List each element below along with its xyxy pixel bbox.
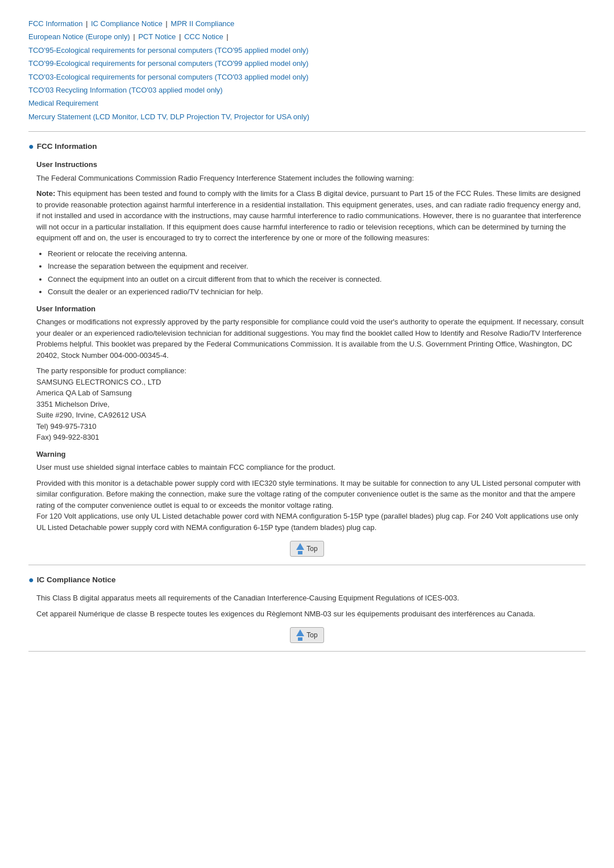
warning-para2: Provided with this monitor is a detachab… <box>36 478 586 533</box>
nav-medical[interactable]: Medical Requirement <box>28 99 98 107</box>
nav-tco99[interactable]: TCO'99-Ecological requirements for perso… <box>28 59 309 68</box>
fcc-top-button-container: Top <box>28 541 586 557</box>
user-information-para2: The party responsible for product compli… <box>36 365 586 443</box>
fcc-section: ● FCC Information User Instructions The … <box>28 140 586 557</box>
list-item: Consult the dealer or an experienced rad… <box>48 286 586 298</box>
ic-top-button-container: Top <box>28 627 586 643</box>
user-instructions-title: User Instructions <box>36 159 586 170</box>
note-label: Note: <box>36 189 55 198</box>
nav-mpr[interactable]: MPR II Compliance <box>171 19 234 28</box>
note-text: This equipment has been tested and found… <box>36 189 581 242</box>
fcc-section-title: ● FCC Information <box>28 140 586 153</box>
warning-title: Warning <box>36 449 586 460</box>
user-information-para1: Changes or modifications not expressly a… <box>36 316 586 361</box>
nav-tco03-recycling[interactable]: TCO'03 Recycling Information (TCO'03 app… <box>28 86 223 94</box>
ic-bullet-icon: ● <box>28 573 34 587</box>
user-instructions-list: Reorient or relocate the receiving anten… <box>48 248 586 298</box>
list-item: Reorient or relocate the receiving anten… <box>48 248 586 260</box>
ic-top-button[interactable]: Top <box>290 627 323 643</box>
nav-fcc[interactable]: FCC Information <box>28 19 82 28</box>
warning-para1: User must use shielded signal interface … <box>36 462 586 473</box>
user-instructions-block: User Instructions The Federal Communicat… <box>36 159 586 298</box>
ic-content: This Class B digital apparatus meets all… <box>36 592 586 619</box>
ic-top-arrow-icon <box>296 629 304 641</box>
list-item: Increase the separation between the equi… <box>48 261 586 272</box>
ic-top-label: Top <box>306 630 317 640</box>
divider-top <box>28 131 586 132</box>
user-information-title: User Information <box>36 303 586 315</box>
nav-ic[interactable]: IC Compliance Notice <box>91 19 163 28</box>
nav-european[interactable]: European Notice (Europe only) <box>28 32 130 41</box>
nav-mercury[interactable]: Mercury Statement (LCD Monitor, LCD TV, … <box>28 112 309 121</box>
fcc-content: User Instructions The Federal Communicat… <box>36 159 586 533</box>
warning-block: Warning User must use shielded signal in… <box>36 449 586 533</box>
user-instructions-note: Note: This equipment has been tested and… <box>36 188 586 244</box>
nav-ccc[interactable]: CCC Notice <box>184 32 223 41</box>
fcc-bullet-icon: ● <box>28 140 34 153</box>
ic-para1: This Class B digital apparatus meets all… <box>36 592 586 604</box>
ic-section: ● IC Compliance Notice This Class B digi… <box>28 573 586 643</box>
user-information-block: User Information Changes or modification… <box>36 303 586 443</box>
divider-mid <box>28 565 586 565</box>
ic-para2: Cet appareil Numérique de classe B respe… <box>36 608 586 620</box>
fcc-top-label: Top <box>306 544 317 554</box>
divider-bottom <box>28 651 586 652</box>
nav-links: FCC Information | IC Compliance Notice |… <box>28 17 586 123</box>
fcc-top-button[interactable]: Top <box>290 541 323 557</box>
top-arrow-icon <box>296 543 304 554</box>
list-item: Connect the equipment into an outlet on … <box>48 274 586 285</box>
ic-section-title: ● IC Compliance Notice <box>28 573 586 587</box>
nav-tco03[interactable]: TCO'03-Ecological requirements for perso… <box>28 73 309 81</box>
user-instructions-intro: The Federal Communications Commission Ra… <box>36 173 586 184</box>
nav-tco95[interactable]: TCO'95-Ecological requirements for perso… <box>28 46 309 55</box>
nav-pct[interactable]: PCT Notice <box>138 32 176 41</box>
